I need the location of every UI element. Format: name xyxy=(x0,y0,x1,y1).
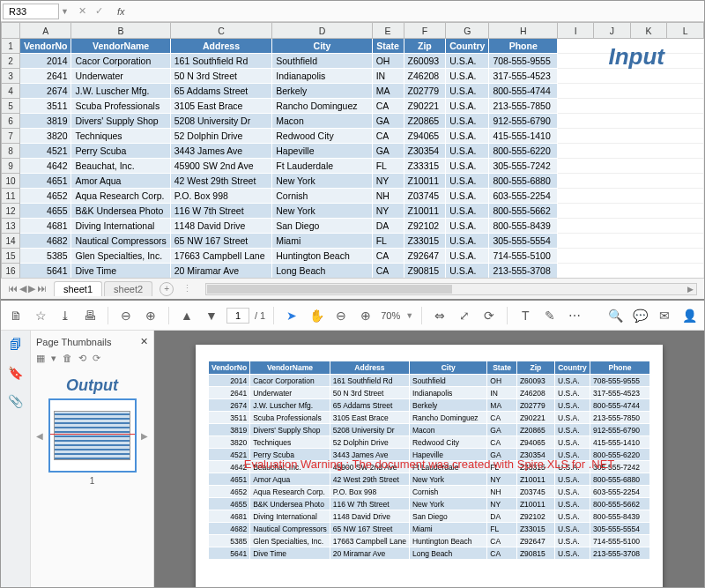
cell[interactable]: U.S.A. xyxy=(446,249,489,264)
cell[interactable]: 2641 xyxy=(19,69,71,84)
cell[interactable]: 116 W 7th Street xyxy=(170,204,272,219)
cell[interactable]: NY xyxy=(372,204,404,219)
cell[interactable]: 415-555-1410 xyxy=(489,129,558,144)
file-icon[interactable]: 🗎 xyxy=(6,306,26,325)
cell[interactable]: Nautical Compressors xyxy=(71,234,170,249)
print-icon[interactable]: 🖶 xyxy=(80,306,100,325)
col-header-L[interactable]: L xyxy=(667,23,704,39)
cell[interactable]: IN xyxy=(372,69,404,84)
cell[interactable]: 3820 xyxy=(19,129,71,144)
thumb-prev-icon[interactable]: ◀ xyxy=(36,431,43,441)
cell[interactable]: 4681 xyxy=(19,219,71,234)
cell[interactable]: 65 Addams Street xyxy=(170,84,272,99)
cell[interactable]: 4652 xyxy=(19,189,71,204)
cell[interactable]: FL xyxy=(372,159,404,174)
cell[interactable]: U.S.A. xyxy=(446,189,489,204)
zoom-out-icon[interactable]: ⊖ xyxy=(116,306,136,325)
row-header[interactable]: 8 xyxy=(2,144,20,159)
table-header-cell[interactable]: Country xyxy=(446,39,489,54)
cell[interactable]: GA xyxy=(372,144,404,159)
pdf-canvas[interactable]: VendorNoVendorNameAddressCityStateZipCou… xyxy=(154,331,704,588)
scroll-thumb[interactable] xyxy=(207,285,452,294)
cell[interactable]: Z90221 xyxy=(404,99,446,114)
save-icon[interactable]: ⤓ xyxy=(56,306,75,325)
cell[interactable]: Indianapolis xyxy=(272,69,372,84)
cell[interactable]: U.S.A. xyxy=(446,234,489,249)
cell[interactable]: Cacor Corporation xyxy=(71,54,170,69)
cell[interactable]: Z46208 xyxy=(404,69,446,84)
hand-icon[interactable]: ✋ xyxy=(307,306,326,325)
cell[interactable]: 5385 xyxy=(19,249,71,264)
thumb-rotate2-icon[interactable]: ⟳ xyxy=(93,353,100,364)
cell[interactable]: Macon xyxy=(272,114,372,129)
table-header-cell[interactable]: Phone xyxy=(489,39,558,54)
cell[interactable]: Ft Lauderdale xyxy=(272,159,372,174)
cell[interactable]: U.S.A. xyxy=(446,219,489,234)
cell[interactable]: Z20865 xyxy=(404,114,446,129)
cell[interactable]: U.S.A. xyxy=(446,69,489,84)
cell[interactable]: NH xyxy=(372,189,404,204)
tab-next-icon[interactable]: ▶ xyxy=(28,283,35,294)
cell[interactable]: 800-555-8439 xyxy=(489,219,558,234)
col-header-B[interactable]: B xyxy=(71,23,170,39)
row-header[interactable]: 5 xyxy=(2,99,20,114)
tab-last-icon[interactable]: ⏭ xyxy=(37,283,47,294)
cell[interactable]: Glen Specialties, Inc. xyxy=(71,249,170,264)
thumb-delete-icon[interactable]: 🗑 xyxy=(63,353,72,364)
scroll-right-icon[interactable]: ▶ xyxy=(684,285,696,294)
cell[interactable]: U.S.A. xyxy=(446,54,489,69)
cell[interactable]: Z03745 xyxy=(404,189,446,204)
cell[interactable]: U.S.A. xyxy=(446,114,489,129)
cell[interactable]: 4521 xyxy=(19,144,71,159)
cell[interactable]: 20 Miramar Ave xyxy=(170,264,272,279)
fx-label[interactable]: fx xyxy=(117,6,125,17)
cell[interactable]: 4651 xyxy=(19,174,71,189)
cell[interactable]: Redwood City xyxy=(272,129,372,144)
cell[interactable]: Z33315 xyxy=(404,159,446,174)
cell[interactable]: Berkely xyxy=(272,84,372,99)
rotate-icon[interactable]: ⟳ xyxy=(479,306,499,325)
thumbnails-icon[interactable]: 🗐 xyxy=(7,336,25,354)
col-header-I[interactable]: I xyxy=(557,23,593,39)
cell[interactable]: U.S.A. xyxy=(446,129,489,144)
cell[interactable]: CA xyxy=(372,99,404,114)
zoom-dropdown-icon[interactable]: ▼ xyxy=(405,311,413,320)
cell[interactable]: 65 NW 167 Street xyxy=(170,234,272,249)
cell[interactable]: 2674 xyxy=(19,84,71,99)
col-header-D[interactable]: D xyxy=(272,23,372,39)
highlight-icon[interactable]: ✎ xyxy=(540,306,560,325)
cell[interactable]: CA xyxy=(372,129,404,144)
thumb-grid-icon[interactable]: ▦ xyxy=(36,353,45,364)
sheet-tab-1[interactable]: sheet1 xyxy=(54,281,102,296)
confirm-icon[interactable]: ✓ xyxy=(93,4,107,19)
tab-first-icon[interactable]: ⏮ xyxy=(8,283,18,294)
cell[interactable]: NY xyxy=(372,174,404,189)
cell[interactable]: Underwater xyxy=(71,69,170,84)
cell[interactable]: Z10011 xyxy=(404,204,446,219)
table-header-cell[interactable]: VendorName xyxy=(71,39,170,54)
row-header[interactable]: 10 xyxy=(2,174,20,189)
page-number-input[interactable] xyxy=(226,308,249,324)
tab-prev-icon[interactable]: ◀ xyxy=(19,283,26,294)
zoom-in-icon[interactable]: ⊕ xyxy=(141,306,160,325)
cell[interactable]: U.S.A. xyxy=(446,159,489,174)
table-header-cell[interactable]: City xyxy=(272,39,372,54)
cell[interactable]: Southfield xyxy=(272,54,372,69)
cell[interactable]: 4642 xyxy=(19,159,71,174)
cell[interactable]: Z02779 xyxy=(404,84,446,99)
col-header-J[interactable]: J xyxy=(594,23,630,39)
cell[interactable]: Z94065 xyxy=(404,129,446,144)
cell[interactable]: Long Beach xyxy=(272,264,372,279)
thumb-next-icon[interactable]: ▶ xyxy=(141,431,148,441)
mail-icon[interactable]: ✉ xyxy=(655,306,674,325)
cell[interactable]: Miami xyxy=(272,234,372,249)
cell[interactable]: Z33015 xyxy=(404,234,446,249)
row-header[interactable]: 6 xyxy=(2,114,20,129)
cell[interactable]: 708-555-9555 xyxy=(489,54,558,69)
table-header-cell[interactable]: VendorNo xyxy=(19,39,71,54)
cell[interactable]: 3819 xyxy=(19,114,71,129)
cell[interactable]: 800-555-6220 xyxy=(489,144,558,159)
row-header[interactable]: 13 xyxy=(2,219,20,234)
sheet-tab-2[interactable]: sheet2 xyxy=(104,281,152,296)
comment-icon[interactable]: 💬 xyxy=(630,306,649,325)
